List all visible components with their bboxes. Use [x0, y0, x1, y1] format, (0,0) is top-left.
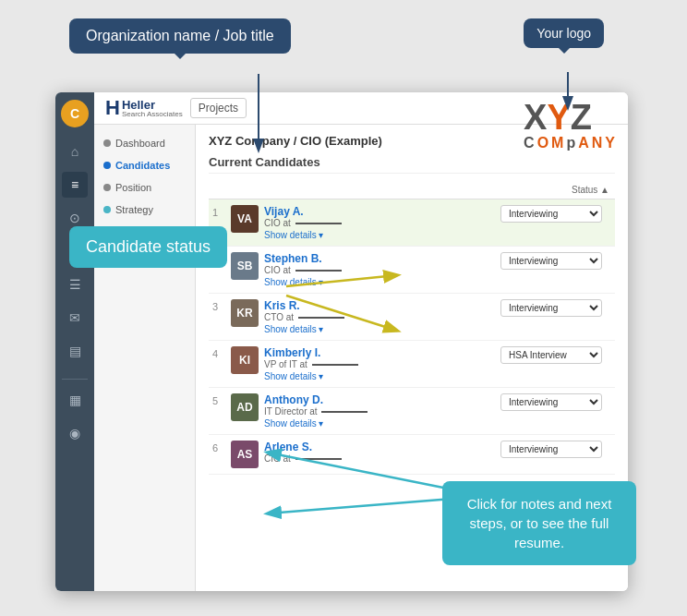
redact-line-5 [321, 411, 368, 413]
cand-name-4[interactable]: Kimberly I. [264, 346, 500, 359]
row-info-1: Vijay A. CIO at Show details ▾ [264, 205, 500, 240]
xyz-company-text: COMpANY [524, 135, 618, 151]
col-avatar-header [233, 185, 266, 195]
candidate-row-1: 1 VA Vijay A. CIO at Show details ▾ [209, 199, 615, 247]
col-num-header [214, 185, 233, 195]
nav-dashboard[interactable]: Dashboard [94, 132, 195, 154]
projects-button[interactable]: Projects [190, 98, 247, 118]
show-details-1[interactable]: Show details ▾ [264, 230, 500, 240]
nav-position[interactable]: Position [94, 176, 195, 199]
row-status-3: Interviewing HSA Interview Offer [500, 299, 611, 317]
sidebar-chart-icon[interactable]: ▦ [62, 387, 88, 413]
heller-sub-text: Search Associates [122, 111, 183, 118]
xyz-logo-area: XYZ COMpANY [524, 100, 618, 151]
org-name-annotation: Organization name / Job title [69, 18, 291, 54]
cand-title-3: CTO at [264, 312, 500, 322]
status-select-6[interactable]: Interviewing HSA Interview [500, 441, 602, 458]
row-status-2: Interviewing HSA Interview Offer [500, 252, 611, 270]
redact-line-4 [312, 364, 358, 366]
show-details-4[interactable]: Show details ▾ [264, 371, 500, 381]
candidate-row-5: 5 AD Anthony D. IT Director at Show deta… [209, 388, 615, 435]
cand-title-2: CIO at [264, 265, 500, 275]
show-details-5[interactable]: Show details ▾ [264, 418, 500, 429]
cand-name-3[interactable]: Kris R. [264, 299, 500, 312]
sidebar: C ⌂ ≡ ⊙ ⚙ ☰ ✉ ▤ ▦ ◉ [55, 92, 94, 591]
cand-name-6[interactable]: Arlene S. [264, 441, 500, 453]
row-info-6: Arlene S. CIO at [264, 441, 500, 464]
cand-title-6: CIO at [264, 453, 500, 464]
row-num-3: 3 [212, 299, 231, 312]
nav-dot-dashboard [103, 139, 111, 147]
status-select-1[interactable]: Interviewing HSA Interview Offer Placed [500, 205, 602, 223]
row-status-4: Interviewing HSA Interview Offer [500, 346, 611, 364]
table-header: Status ▲ [209, 181, 615, 199]
candidate-row-6: 6 AS Arlene S. CIO at Interviewing [209, 435, 615, 475]
sidebar-home-icon[interactable]: ⌂ [62, 139, 88, 164]
sidebar-list-icon[interactable]: ▤ [62, 338, 88, 364]
row-avatar-3: KR [231, 299, 264, 327]
avatar-img-3: KR [231, 299, 259, 327]
row-info-2: Stephen B. CIO at Show details ▾ [264, 252, 500, 287]
cand-name-2[interactable]: Stephen B. [264, 252, 500, 265]
status-select-5[interactable]: Interviewing HSA Interview [500, 393, 602, 411]
show-details-2[interactable]: Show details ▾ [264, 277, 500, 287]
redact-line-1 [295, 223, 342, 224]
heller-brand-name: Heller [122, 99, 183, 111]
status-select-4[interactable]: Interviewing HSA Interview Offer [500, 346, 602, 364]
row-num-4: 4 [212, 346, 231, 359]
xyz-logo-text: XYZ [524, 100, 618, 135]
sidebar-mail-icon[interactable]: ✉ [62, 305, 88, 331]
click-notes-annotation: Click for notes and next steps, or to se… [442, 481, 636, 565]
heller-logo: H Heller Search Associates [105, 98, 183, 118]
row-avatar-2: SB [231, 252, 264, 280]
section-title: Current Candidates [209, 155, 615, 174]
row-info-3: Kris R. CTO at Show details ▾ [264, 299, 500, 334]
row-info-4: Kimberly I. VP of IT at Show details ▾ [264, 346, 500, 381]
logo-area: H Heller Search Associates Projects [105, 98, 247, 118]
nav-dot-position [103, 184, 111, 191]
row-avatar-4: KI [231, 346, 264, 374]
sidebar-settings-icon[interactable]: ◉ [62, 420, 88, 446]
candidate-row-3: 3 KR Kris R. CTO at Show details ▾ [209, 294, 615, 341]
sidebar-docs-icon[interactable]: ☰ [62, 272, 88, 297]
heller-text: Heller Search Associates [122, 99, 183, 118]
row-status-6: Interviewing HSA Interview [500, 441, 611, 458]
candidate-status-annotation: Candidate status [69, 226, 227, 268]
row-num-1: 1 [212, 205, 231, 218]
your-logo-annotation: Your logo [524, 18, 604, 48]
row-avatar-6: AS [231, 441, 264, 468]
sidebar-logo[interactable]: C [61, 100, 89, 127]
avatar-img-2: SB [231, 252, 259, 280]
status-select-2[interactable]: Interviewing HSA Interview Offer [500, 252, 602, 270]
row-status-1: Interviewing HSA Interview Offer Placed [500, 205, 611, 223]
candidate-row-4: 4 KI Kimberly I. VP of IT at Show detail… [209, 341, 615, 388]
row-info-5: Anthony D. IT Director at Show details ▾ [264, 393, 500, 429]
heller-h-letter: H [105, 98, 120, 118]
show-details-3[interactable]: Show details ▾ [264, 324, 500, 334]
nav-candidates[interactable]: Candidates [94, 154, 195, 176]
cand-name-1[interactable]: Vijay A. [264, 205, 500, 218]
cand-name-5[interactable]: Anthony D. [264, 393, 500, 406]
status-select-3[interactable]: Interviewing HSA Interview Offer [500, 299, 602, 317]
candidate-row-2: 2 SB Stephen B. CIO at Show details ▾ [209, 247, 615, 294]
avatar-img-6: AS [231, 441, 259, 468]
redact-line-6 [295, 458, 342, 460]
avatar-img-1: VA [231, 205, 259, 233]
row-avatar-5: AD [231, 393, 264, 421]
left-nav: Dashboard Candidates Position Strategy [94, 125, 196, 591]
redact-line-2 [295, 270, 342, 272]
nav-strategy[interactable]: Strategy [94, 199, 195, 221]
sidebar-divider [62, 379, 88, 380]
nav-dot-strategy [103, 206, 111, 213]
sidebar-candidates-icon[interactable]: ≡ [62, 172, 88, 198]
row-avatar-1: VA [231, 205, 264, 233]
col-status-header[interactable]: Status ▲ [499, 185, 609, 195]
cand-title-4: VP of IT at [264, 359, 500, 369]
cand-title-5: IT Director at [264, 406, 500, 417]
row-num-5: 5 [212, 393, 231, 406]
nav-dot-candidates [103, 162, 111, 169]
redact-line-3 [298, 317, 344, 319]
avatar-img-4: KI [231, 346, 259, 374]
cand-title-1: CIO at [264, 218, 500, 228]
row-num-6: 6 [212, 441, 231, 453]
